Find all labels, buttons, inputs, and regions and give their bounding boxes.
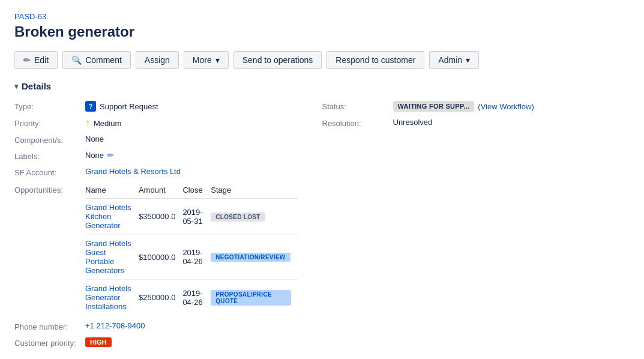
respond-to-customer-button[interactable]: Respond to customer <box>327 51 424 69</box>
chevron-down-icon: ▾ <box>215 55 220 65</box>
opp-stage: NEGOTIATION/REVIEW <box>211 235 298 280</box>
col-name: Name <box>85 183 139 199</box>
left-column: Type: ? Support Request Priority: ↑ Medi… <box>14 101 322 354</box>
opp-stage: PROPOSAL/PRICE QUOTE <box>211 280 298 316</box>
opp-amount: $250000.0 <box>139 280 182 316</box>
collapse-icon[interactable]: ▾ <box>14 82 18 91</box>
opp-stage: CLOSED LOST <box>211 199 298 235</box>
section-header: ▾ Details <box>14 81 630 91</box>
sf-account-field: SF Account: Grand Hotels & Resorts Ltd <box>14 167 298 177</box>
assign-button[interactable]: Assign <box>136 51 179 69</box>
type-field: Type: ? Support Request <box>14 101 298 112</box>
opportunities-field: Opportunities: Name Amount Close Stage G… <box>14 183 298 315</box>
view-workflow-link[interactable]: (View Workflow) <box>478 102 534 111</box>
toolbar: ✏ Edit 🔍 Comment Assign More ▾ Send to o… <box>14 51 630 69</box>
labels-field: Labels: None ✏ <box>14 151 298 161</box>
comment-icon: 🔍 <box>71 55 82 65</box>
comment-button[interactable]: 🔍 Comment <box>62 51 131 69</box>
table-row: Grand Hotels Kitchen Generator $350000.0… <box>85 199 298 235</box>
admin-button[interactable]: Admin ▾ <box>429 51 479 69</box>
col-close: Close <box>182 183 211 199</box>
opp-amount: $100000.0 <box>139 235 182 280</box>
status-badge: WAITING FOR SUPP... <box>393 101 475 112</box>
priority-field: Priority: ↑ Medium <box>14 118 298 128</box>
right-column: Status: WAITING FOR SUPP... (View Workfl… <box>322 101 630 354</box>
page-title: Broken generator <box>14 23 630 40</box>
status-field: Status: WAITING FOR SUPP... (View Workfl… <box>322 101 630 112</box>
send-to-operations-button[interactable]: Send to operations <box>233 51 322 69</box>
customer-priority-field: Customer priority: HIGH <box>14 337 298 348</box>
phone-field: Phone number: +1 212-708-9400 <box>14 321 298 331</box>
opp-name-link[interactable]: Grand Hotels Generator Installations <box>85 284 131 311</box>
opp-amount: $350000.0 <box>139 199 182 235</box>
opp-close: 2019-04-26 <box>182 235 211 280</box>
table-row: Grand Hotels Guest Portable Generators $… <box>85 235 298 280</box>
components-field: Component/s: None <box>14 134 298 145</box>
high-badge: HIGH <box>85 337 112 347</box>
edit-labels-icon[interactable]: ✏ <box>107 151 114 160</box>
sf-account-link[interactable]: Grand Hotels & Resorts Ltd <box>85 167 181 176</box>
chevron-down-icon: ▾ <box>466 55 470 65</box>
priority-icon: ↑ <box>85 118 90 128</box>
opp-close: 2019-04-26 <box>182 280 211 316</box>
table-row: Grand Hotels Generator Installations $25… <box>85 280 298 316</box>
opp-name-link[interactable]: Grand Hotels Guest Portable Generators <box>85 239 131 275</box>
col-stage: Stage <box>211 183 298 199</box>
opp-close: 2019-05-31 <box>182 199 211 235</box>
more-button[interactable]: More ▾ <box>184 51 229 69</box>
resolution-field: Resolution: Unresolved <box>322 118 630 128</box>
pencil-icon: ✏ <box>23 55 31 65</box>
opp-name-link[interactable]: Grand Hotels Kitchen Generator <box>85 203 131 230</box>
edit-button[interactable]: ✏ Edit <box>14 51 58 69</box>
ticket-id[interactable]: PASD-63 <box>14 12 630 21</box>
phone-link[interactable]: +1 212-708-9400 <box>85 321 145 330</box>
details-section: ▾ Details Type: ? Support Request Priori… <box>14 81 630 354</box>
support-request-icon: ? <box>85 101 96 112</box>
col-amount: Amount <box>139 183 182 199</box>
opportunities-table: Name Amount Close Stage Grand Hotels Kit… <box>85 183 298 315</box>
